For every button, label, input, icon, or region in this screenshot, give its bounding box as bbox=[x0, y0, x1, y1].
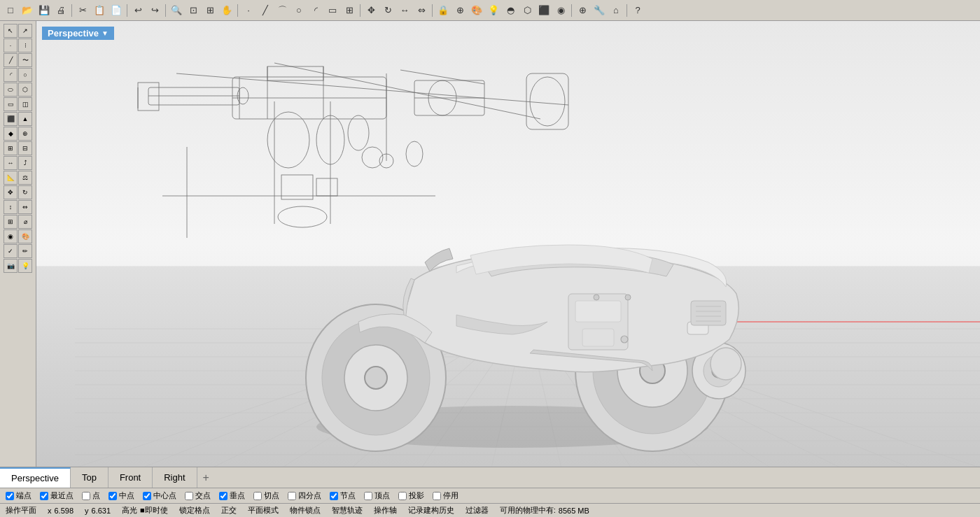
loft-icon[interactable]: ▲ bbox=[18, 112, 32, 126]
tangent-check[interactable]: 切点 bbox=[253, 490, 279, 501]
surface-icon[interactable]: ▭ bbox=[4, 97, 18, 111]
snap-icon[interactable]: 🔒 bbox=[435, 3, 451, 18]
solid-display-icon[interactable]: ⬛ bbox=[536, 3, 552, 18]
save-icon[interactable]: 💾 bbox=[36, 3, 52, 18]
endpoint-check[interactable]: 端点 bbox=[6, 490, 31, 501]
add-viewport-button[interactable]: + bbox=[197, 469, 215, 487]
transform-move-icon[interactable]: ✥ bbox=[4, 185, 18, 199]
scale-icon[interactable]: ↔ bbox=[397, 3, 412, 18]
extrude-icon[interactable]: ⬛ bbox=[4, 112, 18, 126]
tab-perspective[interactable]: Perspective bbox=[0, 467, 71, 488]
select-sub-icon[interactable]: ↗ bbox=[18, 24, 32, 38]
boolean-icon[interactable]: ⊕ bbox=[18, 127, 32, 141]
select-arrow-icon[interactable]: ↖ bbox=[4, 24, 18, 38]
print-icon[interactable]: 🖨 bbox=[53, 3, 69, 18]
rect-icon[interactable]: ▭ bbox=[325, 3, 340, 18]
history-icon[interactable]: ⌂ bbox=[608, 3, 624, 18]
curve-tool-icon[interactable]: 〜 bbox=[18, 53, 32, 67]
midpoint-check[interactable]: 中点 bbox=[108, 490, 134, 501]
shaded-icon[interactable]: ◓ bbox=[503, 3, 518, 18]
material-icon[interactable]: 🎨 bbox=[18, 229, 32, 243]
surface2-icon[interactable]: ◫ bbox=[18, 97, 32, 111]
arc-icon[interactable]: ◜ bbox=[308, 3, 323, 18]
quadrant-check[interactable]: 四分点 bbox=[288, 490, 321, 501]
layer-icon[interactable]: ◉ bbox=[553, 3, 568, 18]
solid-icon[interactable]: ◆ bbox=[4, 127, 18, 141]
analyze-icon[interactable]: 📐 bbox=[4, 171, 18, 185]
rotate-icon[interactable]: ↻ bbox=[380, 3, 396, 18]
tick-icon[interactable]: ✓ bbox=[4, 244, 18, 258]
mesh2-icon[interactable]: ⊟ bbox=[18, 141, 32, 155]
pan-icon[interactable]: ✋ bbox=[219, 3, 234, 18]
mirror-icon[interactable]: ⇔ bbox=[414, 3, 429, 18]
copy-icon[interactable]: 📋 bbox=[92, 3, 107, 18]
viewport-label[interactable]: Perspective ▼ bbox=[42, 27, 114, 40]
tab-right[interactable]: Right bbox=[153, 467, 197, 488]
ellipse-icon[interactable]: ⬭ bbox=[4, 83, 18, 97]
move-icon[interactable]: ✥ bbox=[363, 3, 379, 18]
nodepoint-check[interactable]: 节点 bbox=[330, 490, 356, 501]
undo-icon[interactable]: ↩ bbox=[130, 3, 146, 18]
history-status[interactable]: 记录建构历史 bbox=[408, 505, 454, 516]
smart-track-status[interactable]: 智慧轨迹 bbox=[332, 505, 363, 516]
filter-status[interactable]: 过滤器 bbox=[465, 505, 489, 516]
camera-icon[interactable]: 📷 bbox=[4, 259, 18, 273]
line-icon[interactable]: ╱ bbox=[258, 3, 273, 18]
tab-top[interactable]: Top bbox=[71, 467, 108, 488]
transform-icon[interactable]: 🔧 bbox=[592, 3, 607, 18]
line-tool-icon[interactable]: ╱ bbox=[4, 53, 18, 67]
light-icon[interactable]: 💡 bbox=[18, 259, 32, 273]
disable-check[interactable]: 停用 bbox=[433, 490, 458, 501]
render-icon[interactable]: 💡 bbox=[486, 3, 501, 18]
osnap-icon[interactable]: ⊕ bbox=[452, 3, 468, 18]
rotate-tool-icon[interactable]: ↻ bbox=[18, 185, 32, 199]
gumball-icon[interactable]: ⊕ bbox=[575, 3, 590, 18]
mass-icon[interactable]: ⚖ bbox=[18, 171, 32, 185]
nearest-check[interactable]: 最近点 bbox=[40, 490, 74, 501]
color-icon[interactable]: 🎨 bbox=[469, 3, 484, 18]
help-icon[interactable]: ? bbox=[630, 3, 645, 18]
pointcloud-icon[interactable]: ⁝ bbox=[18, 38, 32, 52]
zoom-sel-icon[interactable]: ⊞ bbox=[202, 3, 218, 18]
array-icon[interactable]: ⊞ bbox=[342, 3, 357, 18]
point-icon[interactable]: · bbox=[241, 3, 256, 18]
snap-status[interactable]: 锁定格点 bbox=[179, 505, 210, 516]
new-icon[interactable]: □ bbox=[3, 3, 18, 18]
projection-check[interactable]: 投影 bbox=[398, 490, 424, 501]
polygon-icon[interactable]: ⬡ bbox=[18, 83, 32, 97]
intersection-check[interactable]: 交点 bbox=[185, 490, 211, 501]
vertex-check[interactable]: 顶点 bbox=[364, 490, 390, 501]
zoom-in-icon[interactable]: 🔍 bbox=[169, 3, 184, 18]
layer-tool-icon[interactable]: ◉ bbox=[4, 229, 18, 243]
vertical-check[interactable]: 垂点 bbox=[219, 490, 245, 501]
obj-snap-status[interactable]: 物件锁点 bbox=[290, 505, 321, 516]
circle-icon[interactable]: ○ bbox=[291, 3, 307, 18]
point-check[interactable]: 点 bbox=[82, 490, 100, 501]
arc-tool-icon[interactable]: ◜ bbox=[4, 68, 18, 82]
flow-icon[interactable]: ⌀ bbox=[18, 215, 32, 229]
paint-icon[interactable]: ✏ bbox=[18, 244, 32, 258]
circle-tool-icon[interactable]: ○ bbox=[18, 68, 32, 82]
dimension-icon[interactable]: ↔ bbox=[4, 156, 18, 170]
open-icon[interactable]: 📂 bbox=[20, 3, 35, 18]
scale-tool-icon[interactable]: ↕ bbox=[4, 200, 18, 214]
plane-mode[interactable]: 平面模式 bbox=[248, 505, 279, 516]
polyline-icon[interactable]: ⌒ bbox=[274, 3, 290, 18]
array-tool-icon[interactable]: ⊞ bbox=[4, 215, 18, 229]
viewport[interactable]: Perspective ▼ bbox=[36, 21, 980, 467]
memory-status: 可用的物理中有: 8565 MB bbox=[500, 505, 589, 516]
gumball-status[interactable]: 操作轴 bbox=[374, 505, 397, 516]
mirror-tool-icon[interactable]: ⇔ bbox=[18, 200, 32, 214]
zoom-ext-icon[interactable]: ⊡ bbox=[186, 3, 201, 18]
center-check[interactable]: 中心点 bbox=[143, 490, 176, 501]
wire-icon[interactable]: ⬡ bbox=[519, 3, 535, 18]
ortho-status[interactable]: 正交 bbox=[221, 505, 237, 516]
viewport-dropdown-icon[interactable]: ▼ bbox=[102, 29, 108, 37]
mesh-icon[interactable]: ⊞ bbox=[4, 141, 18, 155]
tab-front[interactable]: Front bbox=[108, 467, 153, 488]
paste-icon[interactable]: 📄 bbox=[108, 3, 124, 18]
leader-icon[interactable]: ⤴ bbox=[18, 156, 32, 170]
point-tool-icon[interactable]: · bbox=[4, 38, 18, 52]
redo-icon[interactable]: ↪ bbox=[147, 3, 162, 18]
cut-icon[interactable]: ✂ bbox=[75, 3, 90, 18]
